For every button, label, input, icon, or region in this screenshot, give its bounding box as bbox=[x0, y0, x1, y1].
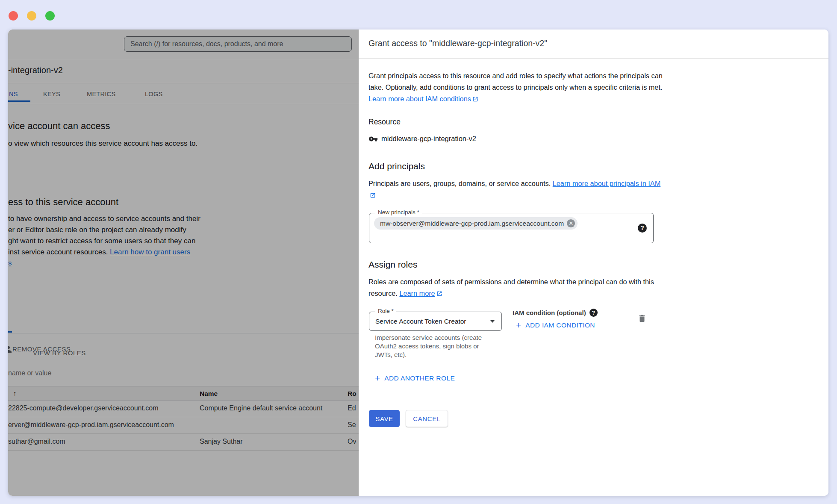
zoom-window-button[interactable] bbox=[45, 11, 55, 21]
role-selected-value: Service Account Token Creator bbox=[375, 312, 466, 330]
principal-chip-text: mw-observer@middleware-gcp-prod.iam.gser… bbox=[380, 220, 564, 227]
iam-condition-label: IAM condition (optional) ? bbox=[513, 309, 598, 317]
dialog-intro-text: Grant principals access to this resource… bbox=[368, 72, 663, 91]
role-helper-text: Impersonate service accounts (create OAu… bbox=[375, 333, 492, 359]
iam-conditions-link[interactable]: Learn more about IAM conditions bbox=[368, 95, 471, 103]
add-another-role-label: ADD ANOTHER ROLE bbox=[384, 374, 455, 383]
role-select[interactable]: Role * Service Account Token Creator bbox=[369, 312, 502, 331]
resource-value: middleware-gcp-integration-v2 bbox=[381, 135, 476, 143]
dialog-intro: Grant principals access to this resource… bbox=[368, 70, 663, 105]
add-another-role-button[interactable]: + ADD ANOTHER ROLE bbox=[375, 374, 455, 383]
modal-scrim bbox=[8, 29, 359, 496]
delete-role-icon[interactable] bbox=[637, 314, 647, 323]
minimize-window-button[interactable] bbox=[27, 11, 36, 21]
chip-remove-icon[interactable]: ✕ bbox=[567, 219, 575, 227]
open-in-new-icon bbox=[370, 192, 376, 198]
plus-icon: + bbox=[375, 374, 380, 383]
roles-description: Roles are composed of sets of permission… bbox=[368, 276, 663, 299]
iam-condition-text: IAM condition (optional) bbox=[513, 309, 586, 316]
service-account-key-icon bbox=[368, 134, 378, 144]
add-iam-condition-label: ADD IAM CONDITION bbox=[525, 321, 595, 330]
resource-label: Resource bbox=[368, 118, 401, 127]
principals-link[interactable]: Learn more about principals in IAM bbox=[553, 180, 661, 187]
principals-help-icon[interactable]: ? bbox=[638, 224, 647, 233]
add-iam-condition-button[interactable]: + ADD IAM CONDITION bbox=[516, 321, 595, 330]
grant-access-dialog: Grant access to "middleware-gcp-integrat… bbox=[359, 29, 828, 496]
divider bbox=[359, 58, 828, 59]
plus-icon: + bbox=[516, 321, 521, 330]
principals-description: Principals are users, groups, domains, o… bbox=[368, 178, 663, 201]
open-in-new-icon bbox=[472, 96, 478, 102]
close-window-button[interactable] bbox=[9, 11, 18, 21]
roles-link[interactable]: Learn more bbox=[399, 289, 435, 297]
cancel-button[interactable]: CANCEL bbox=[406, 410, 448, 427]
principals-text: Principals are users, groups, domains, o… bbox=[368, 180, 553, 187]
browser-window: Search (/) for resources, docs, products… bbox=[8, 29, 828, 496]
add-principals-heading: Add principals bbox=[368, 161, 425, 171]
dialog-title: Grant access to "middleware-gcp-integrat… bbox=[368, 38, 547, 48]
assign-roles-heading: Assign roles bbox=[368, 259, 417, 270]
new-principals-label: New principals * bbox=[375, 209, 422, 215]
save-button[interactable]: SAVE bbox=[369, 410, 400, 427]
iam-condition-help-icon[interactable]: ? bbox=[589, 309, 598, 317]
new-principals-field[interactable]: New principals * mw-observer@middleware-… bbox=[369, 213, 654, 243]
principal-chip[interactable]: mw-observer@middleware-gcp-prod.iam.gser… bbox=[374, 217, 578, 230]
open-in-new-icon bbox=[436, 291, 442, 297]
chevron-down-icon bbox=[490, 320, 495, 323]
